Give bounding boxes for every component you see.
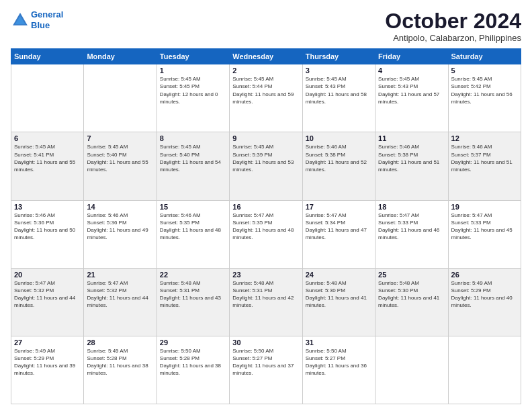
calendar-week-row: 6Sunrise: 5:45 AM Sunset: 5:41 PM Daylig… (11, 132, 521, 200)
day-number: 16 (232, 203, 299, 211)
table-row: 20Sunrise: 5:47 AM Sunset: 5:32 PM Dayli… (11, 268, 84, 336)
table-row: 4Sunrise: 5:45 AM Sunset: 5:43 PM Daylig… (375, 64, 448, 132)
table-row: 21Sunrise: 5:47 AM Sunset: 5:32 PM Dayli… (84, 268, 157, 336)
table-row (448, 336, 521, 404)
day-info: Sunrise: 5:50 AM Sunset: 5:27 PM Dayligh… (306, 347, 372, 377)
day-number: 25 (378, 271, 445, 279)
table-row: 22Sunrise: 5:48 AM Sunset: 5:31 PM Dayli… (157, 268, 229, 336)
day-info: Sunrise: 5:45 AM Sunset: 5:43 PM Dayligh… (306, 75, 372, 105)
table-row: 13Sunrise: 5:46 AM Sunset: 5:36 PM Dayli… (11, 200, 84, 268)
day-number: 12 (451, 134, 518, 142)
table-row (84, 64, 157, 132)
calendar-table: Sunday Monday Tuesday Wednesday Thursday… (11, 48, 521, 404)
table-row: 24Sunrise: 5:48 AM Sunset: 5:30 PM Dayli… (302, 268, 375, 336)
day-info: Sunrise: 5:49 AM Sunset: 5:28 PM Dayligh… (87, 347, 153, 377)
table-row: 23Sunrise: 5:48 AM Sunset: 5:31 PM Dayli… (230, 268, 302, 336)
day-number: 26 (451, 271, 518, 279)
day-info: Sunrise: 5:47 AM Sunset: 5:34 PM Dayligh… (306, 212, 372, 242)
day-number: 18 (378, 203, 445, 211)
table-row: 28Sunrise: 5:49 AM Sunset: 5:28 PM Dayli… (84, 336, 157, 404)
day-info: Sunrise: 5:46 AM Sunset: 5:38 PM Dayligh… (306, 143, 372, 173)
table-row (11, 64, 84, 132)
day-number: 19 (451, 203, 518, 211)
table-row: 30Sunrise: 5:50 AM Sunset: 5:27 PM Dayli… (230, 336, 302, 404)
table-row: 7Sunrise: 5:45 AM Sunset: 5:40 PM Daylig… (84, 132, 157, 200)
table-row: 16Sunrise: 5:47 AM Sunset: 5:35 PM Dayli… (230, 200, 302, 268)
day-number: 14 (87, 203, 153, 211)
logo-line2: Blue (31, 20, 50, 30)
logo-text: General Blue (31, 9, 63, 30)
day-number: 15 (160, 203, 226, 211)
day-info: Sunrise: 5:45 AM Sunset: 5:44 PM Dayligh… (232, 75, 299, 105)
day-info: Sunrise: 5:45 AM Sunset: 5:40 PM Dayligh… (87, 143, 153, 173)
day-number: 27 (14, 338, 81, 347)
table-row: 26Sunrise: 5:49 AM Sunset: 5:29 PM Dayli… (448, 268, 521, 336)
day-info: Sunrise: 5:45 AM Sunset: 5:41 PM Dayligh… (14, 143, 81, 173)
header-row: Sunday Monday Tuesday Wednesday Thursday… (11, 49, 521, 64)
table-row: 9Sunrise: 5:45 AM Sunset: 5:39 PM Daylig… (230, 132, 302, 200)
day-number: 3 (306, 66, 372, 75)
day-number: 13 (14, 203, 81, 211)
calendar-week-row: 1Sunrise: 5:45 AM Sunset: 5:45 PM Daylig… (11, 64, 521, 132)
day-info: Sunrise: 5:47 AM Sunset: 5:32 PM Dayligh… (87, 279, 153, 310)
table-row: 25Sunrise: 5:48 AM Sunset: 5:30 PM Dayli… (375, 268, 448, 336)
day-number: 10 (306, 134, 372, 142)
day-info: Sunrise: 5:49 AM Sunset: 5:29 PM Dayligh… (14, 347, 81, 377)
day-number: 11 (378, 134, 445, 142)
table-row: 6Sunrise: 5:45 AM Sunset: 5:41 PM Daylig… (11, 132, 84, 200)
day-number: 17 (306, 203, 372, 211)
day-number: 1 (160, 66, 226, 75)
calendar-week-row: 13Sunrise: 5:46 AM Sunset: 5:36 PM Dayli… (11, 200, 521, 268)
day-info: Sunrise: 5:49 AM Sunset: 5:29 PM Dayligh… (451, 279, 518, 310)
day-info: Sunrise: 5:47 AM Sunset: 5:33 PM Dayligh… (378, 212, 445, 242)
day-info: Sunrise: 5:45 AM Sunset: 5:42 PM Dayligh… (451, 75, 518, 105)
col-friday: Friday (375, 49, 448, 64)
col-sunday: Sunday (11, 49, 84, 64)
day-number: 24 (306, 271, 372, 279)
table-row: 29Sunrise: 5:50 AM Sunset: 5:28 PM Dayli… (157, 336, 229, 404)
table-row: 17Sunrise: 5:47 AM Sunset: 5:34 PM Dayli… (302, 200, 375, 268)
page: General Blue October 2024 Antipolo, Cala… (0, 0, 532, 411)
table-row (375, 336, 448, 404)
calendar-week-row: 20Sunrise: 5:47 AM Sunset: 5:32 PM Dayli… (11, 268, 521, 336)
table-row: 31Sunrise: 5:50 AM Sunset: 5:27 PM Dayli… (302, 336, 375, 404)
table-row: 8Sunrise: 5:45 AM Sunset: 5:40 PM Daylig… (157, 132, 229, 200)
day-number: 6 (14, 134, 81, 142)
col-monday: Monday (84, 49, 157, 64)
table-row: 2Sunrise: 5:45 AM Sunset: 5:44 PM Daylig… (230, 64, 302, 132)
day-number: 30 (232, 338, 299, 347)
col-saturday: Saturday (448, 49, 521, 64)
month-title: October 2024 (385, 9, 521, 33)
day-number: 2 (232, 66, 299, 75)
table-row: 5Sunrise: 5:45 AM Sunset: 5:42 PM Daylig… (448, 64, 521, 132)
day-number: 29 (160, 338, 226, 347)
day-number: 28 (87, 338, 153, 347)
day-number: 8 (160, 134, 226, 142)
title-block: October 2024 Antipolo, Calabarzon, Phili… (385, 9, 521, 43)
day-number: 21 (87, 271, 153, 279)
table-row: 3Sunrise: 5:45 AM Sunset: 5:43 PM Daylig… (302, 64, 375, 132)
subtitle: Antipolo, Calabarzon, Philippines (385, 33, 521, 43)
col-tuesday: Tuesday (157, 49, 229, 64)
day-info: Sunrise: 5:48 AM Sunset: 5:31 PM Dayligh… (232, 279, 299, 310)
table-row: 10Sunrise: 5:46 AM Sunset: 5:38 PM Dayli… (302, 132, 375, 200)
day-info: Sunrise: 5:47 AM Sunset: 5:35 PM Dayligh… (232, 212, 299, 242)
table-row: 11Sunrise: 5:46 AM Sunset: 5:38 PM Dayli… (375, 132, 448, 200)
day-number: 22 (160, 271, 226, 279)
table-row: 12Sunrise: 5:46 AM Sunset: 5:37 PM Dayli… (448, 132, 521, 200)
table-row: 19Sunrise: 5:47 AM Sunset: 5:33 PM Dayli… (448, 200, 521, 268)
logo-line1: General (31, 9, 63, 19)
day-info: Sunrise: 5:50 AM Sunset: 5:27 PM Dayligh… (232, 347, 299, 377)
day-info: Sunrise: 5:46 AM Sunset: 5:36 PM Dayligh… (87, 212, 153, 242)
day-info: Sunrise: 5:50 AM Sunset: 5:28 PM Dayligh… (160, 347, 226, 377)
col-wednesday: Wednesday (230, 49, 302, 64)
table-row: 27Sunrise: 5:49 AM Sunset: 5:29 PM Dayli… (11, 336, 84, 404)
day-number: 9 (232, 134, 299, 142)
day-number: 4 (378, 66, 445, 75)
day-info: Sunrise: 5:46 AM Sunset: 5:37 PM Dayligh… (451, 143, 518, 173)
day-info: Sunrise: 5:45 AM Sunset: 5:39 PM Dayligh… (232, 143, 299, 173)
table-row: 18Sunrise: 5:47 AM Sunset: 5:33 PM Dayli… (375, 200, 448, 268)
logo-icon (11, 11, 30, 30)
col-thursday: Thursday (302, 49, 375, 64)
table-row: 14Sunrise: 5:46 AM Sunset: 5:36 PM Dayli… (84, 200, 157, 268)
